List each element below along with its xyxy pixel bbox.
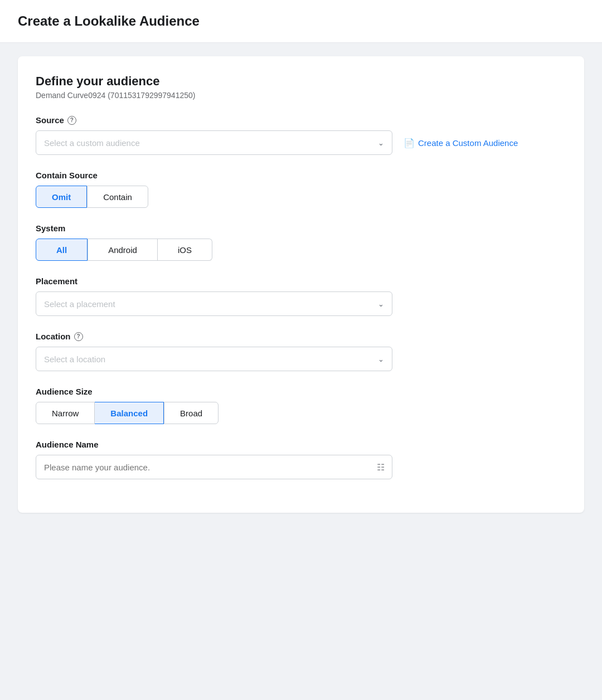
source-placeholder: Select a custom audience — [44, 138, 140, 148]
balanced-button[interactable]: Balanced — [95, 402, 164, 424]
audience-size-label: Audience Size — [36, 387, 566, 396]
location-label: Location ? — [36, 332, 566, 341]
chevron-down-icon: ⌄ — [378, 139, 384, 147]
system-button-group: All Android iOS — [36, 239, 566, 261]
system-android-button[interactable]: Android — [88, 239, 158, 261]
page-header: Create a Lookalike Audience — [0, 0, 602, 43]
audience-name-input[interactable] — [36, 455, 392, 479]
source-label: Source ? — [36, 115, 566, 125]
broad-button[interactable]: Broad — [164, 402, 219, 424]
system-label: System — [36, 223, 566, 233]
main-content: Define your audience Demand Curve0924 (7… — [0, 43, 602, 526]
create-custom-icon: 📄 — [404, 138, 415, 148]
contain-button[interactable]: Contain — [87, 186, 148, 208]
page-title: Create a Lookalike Audience — [18, 13, 584, 29]
chevron-down-icon: ⌄ — [378, 300, 384, 308]
location-field-group: Location ? Select a location ⌄ — [36, 332, 566, 371]
placement-field-group: Placement Select a placement ⌄ — [36, 276, 566, 316]
narrow-button[interactable]: Narrow — [36, 402, 95, 424]
contain-source-label: Contain Source — [36, 171, 566, 180]
source-help-icon[interactable]: ? — [67, 116, 76, 125]
audience-name-field-group: Audience Name ☷ — [36, 440, 566, 479]
audience-name-wrapper: ☷ — [36, 455, 392, 479]
source-select-dropdown[interactable]: Select a custom audience ⌄ — [36, 130, 392, 155]
source-field-group: Source ? Select a custom audience ⌄ 📄 Cr… — [36, 115, 566, 155]
omit-button[interactable]: Omit — [36, 186, 87, 208]
system-all-button[interactable]: All — [36, 239, 88, 261]
section-subtitle: Demand Curve0924 (7011531792997941250) — [36, 91, 566, 100]
placement-select-dropdown[interactable]: Select a placement ⌄ — [36, 291, 392, 316]
audience-size-button-group: Narrow Balanced Broad — [36, 402, 566, 424]
placement-placeholder: Select a placement — [44, 299, 115, 309]
contain-source-field-group: Contain Source Omit Contain — [36, 171, 566, 208]
card: Define your audience Demand Curve0924 (7… — [18, 56, 584, 513]
location-help-icon[interactable]: ? — [74, 332, 83, 341]
location-select-dropdown[interactable]: Select a location ⌄ — [36, 347, 392, 371]
audience-size-field-group: Audience Size Narrow Balanced Broad — [36, 387, 566, 424]
location-placeholder: Select a location — [44, 354, 105, 364]
contain-source-button-group: Omit Contain — [36, 186, 566, 208]
section-title: Define your audience — [36, 74, 566, 89]
source-row: Select a custom audience ⌄ 📄 Create a Cu… — [36, 130, 566, 155]
create-custom-audience-link[interactable]: 📄 Create a Custom Audience — [404, 138, 518, 148]
system-ios-button[interactable]: iOS — [158, 239, 212, 261]
system-field-group: System All Android iOS — [36, 223, 566, 261]
chevron-down-icon: ⌄ — [378, 355, 384, 363]
audience-name-label: Audience Name — [36, 440, 566, 449]
placement-label: Placement — [36, 276, 566, 286]
